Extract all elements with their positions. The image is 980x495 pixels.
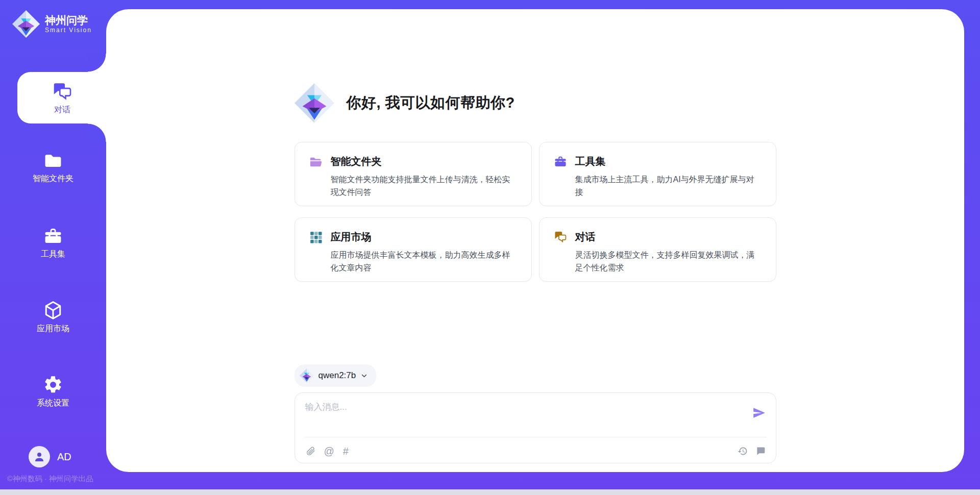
toolbox-icon [554,155,567,168]
card-header: 工具集 [554,155,762,168]
card-title: 应用市场 [331,230,372,244]
sidebar-item-smart-folder[interactable]: 智能文件夹 [0,151,106,183]
card-toolset[interactable]: 工具集 集成市场上主流工具，助力AI与外界无缝扩展与对接 [539,142,776,206]
feature-cards: 智能文件夹 智能文件夹功能支持批量文件上传与清洗，轻松实现文件问答 工具集 集成… [295,142,776,282]
chat-icon [52,82,72,102]
message-input[interactable] [305,401,735,433]
card-title: 智能文件夹 [331,155,382,168]
model-label: qwen2:7b [318,370,356,381]
card-header: 智能文件夹 [309,155,517,168]
window-bottom-strip [0,489,980,495]
brand-diamond-icon [295,83,334,123]
sidebar-item-label: 智能文件夹 [33,174,74,183]
at-icon[interactable]: @ [324,446,334,456]
model-diamond-icon [300,368,314,383]
composer: qwen2:7b @ # [295,364,776,463]
chevron-down-icon [360,372,368,380]
message-input-box: @ # [295,392,776,463]
card-description: 灵活切换多模型文件，支持多样回复效果调试，满足个性化需求 [575,249,762,274]
app: { "brand": { "name": "神州问学", "subtitle":… [0,0,980,495]
hash-icon[interactable]: # [343,446,349,456]
paperclip-icon[interactable] [305,446,315,456]
grid-icon [309,231,323,244]
input-divider [304,437,767,437]
card-description: 智能文件夹功能支持批量文件上传与清洗，轻松实现文件问答 [331,173,517,199]
brand-subtitle: Smart Vision [45,27,92,34]
brand: 神州问学 Smart Vision [12,10,92,38]
folder-open-icon [309,155,323,168]
sidebar-item-chat[interactable]: 对话 [17,72,107,123]
sidebar-item-label: 系统设置 [37,399,69,408]
card-chat[interactable]: 对话 灵活切换多模型文件，支持多样回复效果调试，满足个性化需求 [539,217,776,282]
chat-icon [554,231,567,244]
user-row[interactable]: AD [29,446,71,467]
greeting-row: 你好, 我可以如何帮助你? [295,83,515,123]
brand-name: 神州问学 [45,14,92,27]
sidebar-item-app-market[interactable]: 应用市场 [0,300,106,333]
card-description: 应用市场提供丰富长文本模板，助力高效生成多样化文章内容 [331,249,517,274]
main-content-panel: 你好, 我可以如何帮助你? 智能文件夹 智能文件夹功能支持批量文件上传与清洗，轻… [106,9,964,472]
comment-icon[interactable] [755,446,766,456]
content-column: 你好, 我可以如何帮助你? 智能文件夹 智能文件夹功能支持批量文件上传与清洗，轻… [295,9,776,472]
avatar [29,446,50,467]
model-selector[interactable]: qwen2:7b [295,364,377,387]
card-title: 工具集 [575,155,606,168]
user-initials: AD [57,451,71,463]
person-icon [33,451,45,463]
toolbox-icon [43,227,63,246]
card-header: 应用市场 [309,230,517,244]
card-smart-folder[interactable]: 智能文件夹 智能文件夹功能支持批量文件上传与清洗，轻松实现文件问答 [295,142,532,206]
input-toolbar: @ # [305,446,766,456]
gear-icon [43,375,63,395]
copyright-text: ©神州数码 · 神州问学出品 [7,474,93,484]
toolbar-right [738,446,766,456]
sidebar-item-settings[interactable]: 系统设置 [0,375,106,408]
card-app-market[interactable]: 应用市场 应用市场提供丰富长文本模板，助力高效生成多样化文章内容 [295,217,532,282]
card-header: 对话 [554,230,762,244]
history-icon[interactable] [738,446,748,456]
cube-icon [43,300,63,320]
sidebar-item-label: 应用市场 [37,324,69,333]
sidebar-item-toolset[interactable]: 工具集 [0,227,106,259]
send-icon[interactable] [752,406,766,419]
card-description: 集成市场上主流工具，助力AI与外界无缝扩展与对接 [575,173,762,199]
brand-text: 神州问学 Smart Vision [45,14,92,34]
card-title: 对话 [575,230,596,244]
folder-icon [43,151,63,170]
brand-diamond-icon [12,10,40,38]
sidebar-item-label: 工具集 [41,250,65,259]
sidebar-item-label: 对话 [54,105,70,114]
greeting-title: 你好, 我可以如何帮助你? [347,93,515,113]
